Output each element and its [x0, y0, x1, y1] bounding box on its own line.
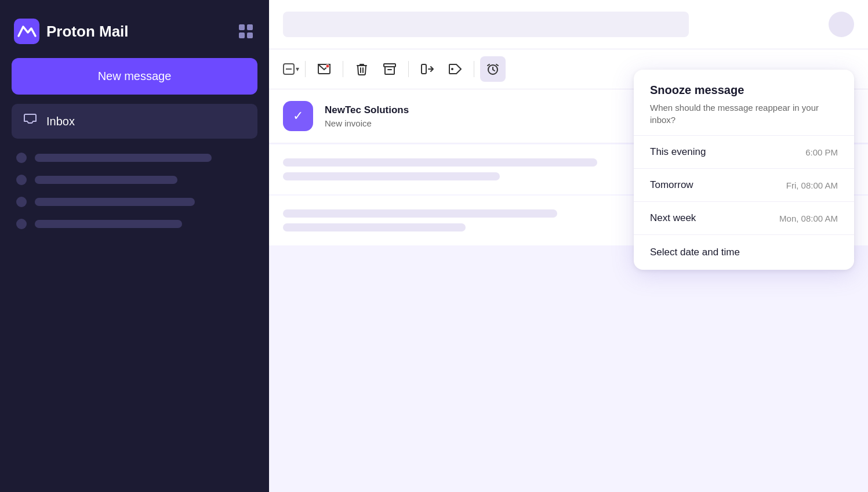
skeleton-row-4: [12, 219, 257, 229]
skeleton-row-2: [12, 175, 257, 185]
inbox-label: Inbox: [46, 115, 75, 128]
svg-rect-2: [384, 64, 395, 67]
search-input-placeholder: [283, 12, 689, 37]
mark-read-button[interactable]: [311, 56, 337, 82]
label-button[interactable]: [442, 56, 468, 82]
skeleton-bar: [35, 220, 182, 228]
delete-button[interactable]: [349, 56, 375, 82]
snooze-select-date-label: Select date and time: [650, 247, 740, 258]
sidebar: Proton Mail New message Inbox: [0, 0, 269, 492]
toolbar-separator-2: [343, 61, 343, 77]
skeleton-row-3: [12, 197, 257, 207]
email-avatar-newtec: ✓: [283, 101, 313, 131]
snooze-option-time: 6:00 PM: [805, 147, 838, 157]
proton-logo-icon: [14, 19, 39, 44]
apps-grid-button[interactable]: [237, 22, 255, 41]
toolbar-separator-4: [474, 61, 474, 77]
skeleton-bar: [35, 154, 212, 162]
snooze-title: Snooze message: [650, 84, 838, 97]
snooze-option-label: Next week: [650, 212, 696, 224]
svg-point-1: [326, 64, 329, 68]
main-content: ▾: [269, 0, 868, 492]
skeleton-circle: [16, 175, 27, 185]
skeleton-bar: [283, 209, 557, 218]
svg-point-4: [451, 68, 453, 70]
checkbox-dash: [286, 68, 292, 70]
skeleton-bar: [283, 223, 466, 231]
sidebar-skeleton-list: [12, 153, 257, 229]
logo-area: Proton Mail: [14, 19, 129, 44]
snooze-select-date-option[interactable]: Select date and time: [634, 235, 854, 270]
app-title: Proton Mail: [46, 23, 129, 41]
snooze-popup: Snooze message When should the message r…: [634, 70, 854, 270]
checkmark-icon: ✓: [293, 108, 303, 124]
select-all-area[interactable]: ▾: [283, 63, 299, 75]
skeleton-bar: [283, 158, 597, 167]
select-dropdown-chevron[interactable]: ▾: [296, 65, 299, 73]
snooze-option-time: Mon, 08:00 AM: [779, 214, 838, 223]
snooze-button[interactable]: [480, 56, 506, 82]
snooze-option-next-week[interactable]: Next week Mon, 08:00 AM: [634, 202, 854, 234]
skeleton-circle: [16, 219, 27, 229]
inbox-icon: [23, 113, 37, 129]
skeleton-circle: [16, 153, 27, 163]
toolbar-separator-1: [305, 61, 306, 77]
select-all-checkbox[interactable]: [283, 63, 295, 75]
snooze-option-label: This evening: [650, 146, 706, 158]
snooze-option-tomorrow[interactable]: Tomorrow Fri, 08:00 AM: [634, 169, 854, 202]
new-message-button[interactable]: New message: [12, 58, 257, 95]
skeleton-bar: [283, 172, 500, 180]
skeleton-bar: [35, 176, 177, 184]
snooze-option-label: Tomorrow: [650, 179, 693, 191]
snooze-option-time: Fri, 08:00 AM: [786, 180, 838, 190]
skeleton-circle: [16, 197, 27, 207]
skeleton-row-1: [12, 153, 257, 163]
snooze-header: Snooze message When should the message r…: [634, 70, 854, 136]
snooze-option-this-evening[interactable]: This evening 6:00 PM: [634, 136, 854, 169]
archive-button[interactable]: [377, 56, 402, 82]
snooze-options-list: This evening 6:00 PM Tomorrow Fri, 08:00…: [634, 136, 854, 235]
user-avatar: [829, 12, 854, 37]
sidebar-item-inbox[interactable]: Inbox: [12, 104, 257, 139]
sidebar-header: Proton Mail: [12, 14, 257, 49]
snooze-subtitle: When should the message reappear in your…: [650, 102, 838, 126]
search-bar-area: [269, 0, 868, 49]
toolbar-separator-3: [408, 61, 409, 77]
move-button[interactable]: [415, 56, 440, 82]
svg-rect-3: [422, 64, 426, 74]
skeleton-bar: [35, 198, 195, 206]
